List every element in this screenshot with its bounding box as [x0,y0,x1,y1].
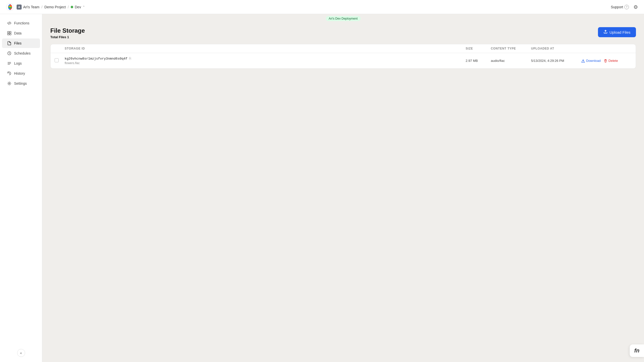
filename: flowers.flac [65,61,466,65]
copy-storage-id-icon[interactable]: ⎘ [129,57,131,61]
sidebar-history-label: History [14,71,25,75]
row-checkbox-cell [55,58,65,63]
sidebar-item-functions[interactable]: Functions [2,18,40,28]
upload-files-button[interactable]: Upload Files [598,27,636,37]
actions-cell: Download Delete [581,59,632,63]
history-icon [7,71,12,76]
app-body: Functions Data Files [0,14,644,362]
page-header: File Storage Total Files 1 Upload Files [42,23,644,44]
size-cell: 2.97 MB [466,59,491,63]
table-row: kg26vhcnw8sr1mzjsfvry3nmnd6s0q4f ⎘ flowe… [51,53,636,68]
sidebar-files-label: Files [14,41,22,45]
storage-id: kg26vhcnw8sr1mzjsfvry3nmnd6s0q4f ⎘ [65,57,466,61]
sidebar-item-data[interactable]: Data [2,28,40,38]
support-button[interactable]: Support ? [611,5,629,9]
row-checkbox[interactable] [55,58,59,62]
svg-point-6 [9,83,10,84]
help-icon: ? [624,5,629,9]
content-type-cell: audio/flac [491,59,531,63]
team-name: Ari's Team [23,5,39,9]
file-icon [7,41,12,46]
env-status-dot [71,6,73,8]
sidebar-item-logs[interactable]: Logs [2,59,40,68]
sidebar-collapse-button[interactable]: « [17,349,25,357]
storage-id-cell: kg26vhcnw8sr1mzjsfvry3nmnd6s0q4f ⎘ flowe… [65,57,466,65]
topbar-left: A Ari's Team / Demo Project / Dev ⌃ [6,3,85,11]
breadcrumb-sep-2: / [68,5,69,9]
sidebar-logs-label: Logs [14,61,22,65]
table-header-uploaded-at: UPLOADED AT [531,47,581,50]
breadcrumb-sep-1: / [42,5,43,9]
fn-watermark: fn [630,344,644,357]
table-header-checkbox [55,47,65,50]
sidebar: Functions Data Files [0,14,42,362]
page-title-section: File Storage Total Files 1 [50,27,85,39]
list-icon [7,61,12,66]
deployment-banner: Ari's Dev Deployment [42,14,644,23]
sidebar-item-files[interactable]: Files [2,38,40,48]
page-subtitle: Total Files 1 [50,35,85,39]
table-header: STORAGE ID SIZE CONTENT TYPE UPLOADED AT [51,44,636,53]
upload-icon [603,30,608,35]
env-name: Dev [75,5,81,9]
env-chevron-icon[interactable]: ⌃ [83,5,85,9]
sidebar-settings-label: Settings [14,81,27,85]
settings-gear-icon[interactable]: ⚙ [633,4,638,10]
sidebar-item-settings[interactable]: Settings [2,79,40,88]
download-label: Download [586,59,601,63]
sidebar-item-history[interactable]: History [2,69,40,78]
sidebar-data-label: Data [14,31,22,35]
grid-icon [7,31,12,35]
svg-rect-3 [8,33,9,35]
code-icon [7,21,12,25]
delete-button[interactable]: Delete [604,59,618,63]
support-label: Support [611,5,623,9]
download-button[interactable]: Download [581,59,601,63]
main-content: Ari's Dev Deployment File Storage Total … [42,14,644,362]
page-title: File Storage [50,27,85,34]
team-letter: A [17,5,22,10]
sidebar-schedules-label: Schedules [14,51,30,55]
app-logo[interactable] [6,3,14,11]
topbar: A Ari's Team / Demo Project / Dev ⌃ Supp… [0,0,644,14]
svg-rect-1 [8,31,9,33]
breadcrumb: A Ari's Team / Demo Project / Dev ⌃ [17,5,85,10]
table-header-size: SIZE [466,47,491,50]
settings-icon [7,81,12,86]
sidebar-functions-label: Functions [14,21,29,25]
uploaded-at-cell: 5/13/2024, 4:29:26 PM [531,59,581,63]
file-table: STORAGE ID SIZE CONTENT TYPE UPLOADED AT… [50,44,636,69]
table-header-actions [581,47,632,50]
breadcrumb-project[interactable]: Demo Project [45,5,66,9]
clock-icon [7,51,12,56]
delete-label: Delete [609,59,618,63]
breadcrumb-env[interactable]: Dev ⌃ [71,5,85,9]
upload-files-label: Upload Files [610,30,630,34]
sidebar-item-schedules[interactable]: Schedules [2,49,40,58]
deployment-tag: Ari's Dev Deployment [326,16,361,21]
svg-rect-4 [10,33,11,35]
topbar-right: Support ? ⚙ [611,4,638,10]
breadcrumb-team[interactable]: A Ari's Team [17,5,39,10]
table-header-content-type: CONTENT TYPE [491,47,531,50]
table-header-storage-id: STORAGE ID [65,47,466,50]
svg-rect-2 [10,31,11,33]
